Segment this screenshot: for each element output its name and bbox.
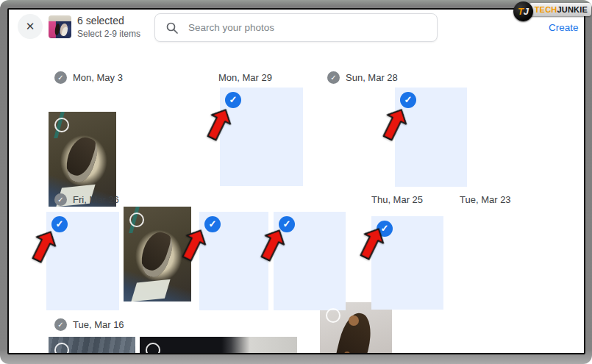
selection-thumbnail — [49, 15, 71, 38]
search-bar[interactable] — [154, 13, 438, 42]
selected-check-icon[interactable]: ✓ — [225, 92, 241, 108]
date-select-all-icon[interactable]: ✓ — [54, 318, 67, 331]
brand-text-junkie: JUNKIE — [557, 5, 588, 14]
photo-thumbnail[interactable] — [49, 337, 135, 354]
create-button[interactable]: Create — [549, 22, 579, 33]
photo-thumbnail[interactable] — [140, 337, 297, 354]
brand-initial-j: J — [524, 6, 529, 17]
techjunkie-circle-icon: TJ — [513, 1, 533, 21]
photo-tile-selected[interactable]: ✓ — [46, 212, 119, 310]
select-circle-icon[interactable] — [146, 343, 160, 354]
date-header: ✓ Fri, Mar 26 — [54, 193, 119, 206]
select-circle-icon[interactable] — [54, 343, 69, 354]
photo-tile-selected[interactable]: ✓ — [220, 88, 303, 186]
search-icon — [166, 22, 178, 34]
brand-initial-t: T — [518, 6, 524, 17]
selected-check-icon[interactable]: ✓ — [51, 216, 68, 232]
date-select-all-icon[interactable]: ✓ — [54, 193, 67, 206]
app-window: ✕ 6 selected Select 2-9 items Create ✓ M… — [7, 8, 585, 354]
select-circle-icon[interactable] — [326, 308, 340, 323]
techjunkie-wordmark: TECHJUNKIE — [525, 3, 591, 16]
date-select-all-icon[interactable]: ✓ — [327, 71, 340, 84]
date-select-all-icon[interactable]: ✓ — [54, 71, 67, 84]
date-header: ✓ Mon, May 3 — [54, 71, 123, 84]
date-label: Tue, Mar 23 — [460, 193, 511, 206]
selection-hint: Select 2-9 items — [77, 28, 140, 40]
selected-check-icon[interactable]: ✓ — [204, 216, 221, 232]
selected-check-icon[interactable]: ✓ — [400, 92, 416, 108]
photo-tile-selected[interactable]: ✓ — [395, 88, 467, 187]
search-input[interactable] — [187, 21, 437, 34]
select-circle-icon[interactable] — [129, 213, 144, 227]
techjunkie-logo: TECHJUNKIE TJ — [513, 1, 592, 24]
date-label: Thu, Mar 25 — [371, 193, 423, 206]
brand-text-tech: TECH — [535, 5, 557, 14]
selection-info: 6 selected Select 2-9 items — [77, 14, 140, 40]
date-label: Tue, Mar 16 — [73, 318, 124, 331]
photo-thumbnail[interactable] — [320, 302, 392, 354]
window-frame: ✕ 6 selected Select 2-9 items Create ✓ M… — [0, 0, 592, 364]
photo-tile-selected[interactable]: ✓ — [199, 212, 268, 310]
date-header: ✓ Sun, Mar 28 — [327, 71, 398, 84]
photo-tile-selected[interactable]: ✓ — [274, 212, 346, 310]
date-label: Fri, Mar 26 — [73, 193, 119, 206]
date-label: Sun, Mar 28 — [346, 71, 398, 84]
date-label: Mon, May 3 — [73, 71, 123, 84]
select-circle-icon[interactable] — [54, 118, 69, 132]
selection-count: 6 selected — [77, 14, 140, 28]
photo-thumbnail[interactable] — [49, 112, 116, 207]
close-button[interactable]: ✕ — [18, 14, 43, 39]
date-label: Mon, Mar 29 — [218, 71, 272, 84]
date-header: ✓ Tue, Mar 16 — [54, 318, 124, 331]
